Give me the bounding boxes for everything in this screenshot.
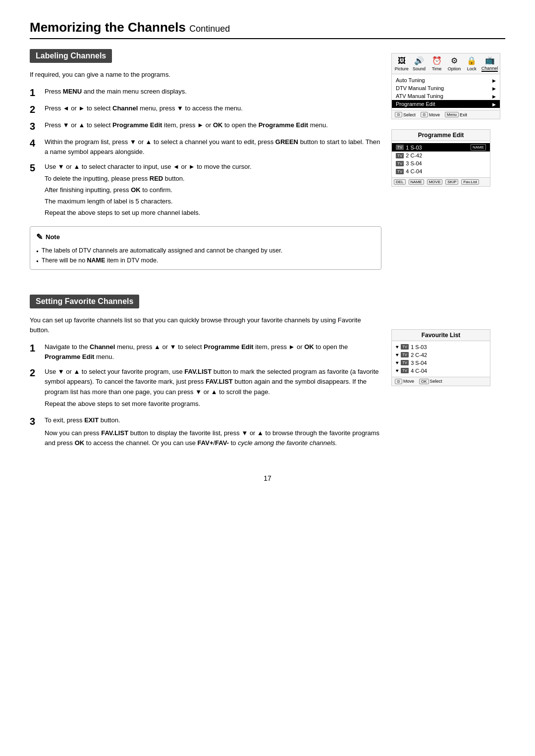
menu-panel: 🖼 Picture 🔊 Sound ⏰ Time ⚙ Option 🔒 [391, 53, 500, 119]
fav-panel-header: Favourite List [392, 330, 490, 341]
fav-step-text-2: Use ▼ or ▲ to select your favorite progr… [45, 367, 381, 410]
favourite-section: Setting Favorite Channels You can set up… [30, 295, 505, 455]
note-item-2: There will be no NAME item in DTV mode. [36, 255, 375, 265]
move-btn-sym: ⊙ [421, 112, 428, 117]
labeling-step-5: 5 Use ▼ or ▲ to select character to inpu… [30, 162, 381, 219]
fav-step-text-3: To exit, press EXIT button. Now you can … [45, 415, 381, 450]
labeling-left: Labeling Channels If required, you can g… [30, 49, 381, 280]
arrow-progedit [492, 101, 496, 107]
channel-icon: 📺 [485, 55, 495, 65]
tv-badge-1: TV [396, 145, 404, 150]
step-num-3: 3 [30, 120, 40, 132]
picture-icon: 🖼 [398, 56, 406, 65]
labeling-step-1: 1 Press MENU and the main menu screen di… [30, 87, 381, 99]
tv-fav-3: TV [401, 360, 409, 365]
menu-icon-sound: 🔊 Sound [411, 56, 427, 71]
select-btn-sym: ⊙ [395, 112, 402, 117]
labeling-step-4: 4 Within the program list, press ▼ or ▲ … [30, 137, 381, 157]
skip-btn: SKIP [445, 179, 458, 185]
note-title: ✎ Note [36, 231, 375, 244]
heart-2: ♥ [396, 352, 399, 357]
step-text-5: Use ▼ or ▲ to select character to input,… [45, 162, 252, 219]
menu-row-atv: ATV Manual Tuning [392, 92, 500, 100]
name-btn: NAME [409, 179, 424, 185]
fav-panel: Favourite List ♥ TV 1 S-03 ♥ TV 2 C-42 ♥… [391, 329, 490, 386]
step-num-2: 2 [30, 103, 40, 115]
fav-step-text-1: Navigate to the Channel menu, press ▲ or… [45, 342, 381, 362]
favourite-header: Setting Favorite Channels [30, 295, 139, 308]
heart-3: ♥ [396, 360, 399, 365]
move-btn: MOVE [427, 179, 443, 185]
menu-btn-sym: Menu [445, 112, 459, 117]
note-item-1: The labels of DTV channels are automatic… [36, 246, 375, 255]
page-number: 17 [30, 474, 505, 482]
heart-4: ♥ [396, 368, 399, 373]
prog-panel: Programme Edit TV 1 S-03 NAME TV 2 C-42 … [391, 129, 490, 187]
step-num-1: 1 [30, 87, 40, 99]
fav-body: ♥ TV 1 S-03 ♥ TV 2 C-42 ♥ TV 3 S-04 ♥ TV [392, 341, 490, 377]
fav-row-3: ♥ TV 3 S-04 [392, 359, 490, 367]
menu-icon-channel: 📺 Channel [482, 55, 498, 72]
menu-row-progedit: Programme Edit [392, 100, 500, 108]
footer-select: ⊙ Select [395, 112, 416, 117]
favourite-intro: You can set up favorite channels list so… [30, 315, 381, 335]
fav-footer-move: ⊙ Move [395, 379, 414, 384]
fav-move-btn: ⊙ [395, 379, 402, 384]
page-title: Memorizing the Channels Continued [30, 20, 505, 39]
prog-row-4: TV 4 C-04 [392, 167, 490, 175]
prog-row-3: TV 3 S-04 [392, 159, 490, 167]
arrow-atv [492, 93, 496, 99]
title-continued: Continued [189, 24, 230, 34]
favlist-btn: Fav.List [461, 179, 479, 185]
labeling-right: 🖼 Picture 🔊 Sound ⏰ Time ⚙ Option 🔒 [391, 49, 505, 280]
fav-step-2: 2 Use ▼ or ▲ to select your favorite pro… [30, 367, 381, 410]
menu-body: Auto Tuning DTV Manual Tuning ATV Manual… [392, 74, 500, 110]
arrow-autotuning [492, 77, 496, 83]
prog-body: TV 1 S-03 NAME TV 2 C-42 TV 3 S-04 TV 4 … [392, 141, 490, 177]
step-text-3: Press ▼ or ▲ to select Programme Edit it… [45, 120, 328, 130]
name-badge-1: NAME [471, 144, 486, 151]
labeling-step-3: 3 Press ▼ or ▲ to select Programme Edit … [30, 120, 381, 132]
tv-badge-3: TV [396, 161, 404, 166]
tv-badge-4: TV [396, 169, 404, 174]
fav-footer-select: OK Select [419, 379, 442, 384]
fav-footer: ⊙ Move OK Select [392, 377, 490, 386]
favourite-right: Favourite List ♥ TV 1 S-03 ♥ TV 2 C-42 ♥… [391, 295, 505, 455]
menu-row-dtv: DTV Manual Tuning [392, 84, 500, 92]
prog-row-1: TV 1 S-03 NAME [392, 143, 490, 151]
step-text-4: Within the program list, press ▼ or ▲ to… [45, 137, 381, 157]
labeling-section: Labeling Channels If required, you can g… [30, 49, 505, 280]
menu-panel-header: 🖼 Picture 🔊 Sound ⏰ Time ⚙ Option 🔒 [392, 53, 500, 74]
fav-row-2: ♥ TV 2 C-42 [392, 351, 490, 359]
footer-exit: Menu Exit [445, 112, 467, 117]
fav-step-num-2: 2 [30, 367, 40, 379]
heart-1: ♥ [396, 344, 399, 350]
step-num-4: 4 [30, 137, 40, 149]
prog-row-2: TV 2 C-42 [392, 151, 490, 159]
fav-step-num-3: 3 [30, 415, 40, 427]
step-text-1: Press MENU and the main menu screen disp… [45, 87, 187, 97]
menu-icon-option: ⚙ Option [446, 56, 462, 71]
step-num-5: 5 [30, 162, 40, 174]
tv-fav-4: TV [401, 368, 409, 373]
note-icon: ✎ [36, 231, 43, 244]
menu-icon-time: ⏰ Time [429, 56, 445, 71]
note-list: The labels of DTV channels are automatic… [36, 246, 375, 265]
menu-footer: ⊙ Select ⊙ Move Menu Exit [392, 110, 500, 119]
labeling-step-2: 2 Press ◄ or ► to select Channel menu, p… [30, 103, 381, 115]
del-btn: DEL [394, 179, 406, 185]
prog-panel-header: Programme Edit [392, 130, 490, 141]
menu-icon-picture: 🖼 Picture [394, 56, 410, 71]
fav-step-num-1: 1 [30, 342, 40, 354]
tv-fav-2: TV [401, 352, 409, 357]
title-text: Memorizing the Channels [30, 20, 186, 35]
footer-move: ⊙ Move [421, 112, 440, 117]
fav-ok-btn: OK [419, 379, 429, 384]
labeling-header: Labeling Channels [30, 49, 112, 63]
lock-icon: 🔒 [467, 56, 477, 65]
option-icon: ⚙ [451, 56, 458, 65]
menu-icon-lock: 🔒 Lock [464, 56, 480, 71]
fav-step-3: 3 To exit, press EXIT button. Now you ca… [30, 415, 381, 450]
prog-footer: DEL NAME MOVE SKIP Fav.List [392, 177, 490, 186]
step-text-2: Press ◄ or ► to select Channel menu, pre… [45, 103, 243, 113]
